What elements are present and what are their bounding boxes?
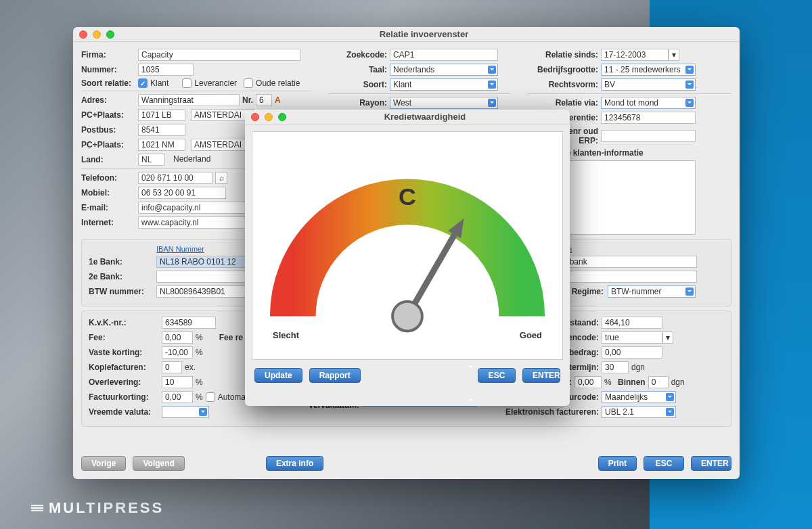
telefoon-input[interactable]: 020 671 10 00 [138, 172, 212, 184]
close-icon[interactable] [79, 30, 87, 39]
gauge-svg: C [252, 132, 562, 359]
dialog-minimize-icon[interactable] [265, 113, 273, 121]
pc2-input[interactable]: 1021 NM [138, 139, 185, 151]
elektronisch-select[interactable]: UBL 2.1 [602, 406, 676, 418]
lbl-zoekcode: Zoekcode: [328, 50, 390, 60]
landnaam-readonly: Nederland [171, 154, 252, 166]
iban2-input[interactable] [156, 271, 258, 283]
lbl-elektronisch: Elektronisch factureren: [500, 407, 602, 417]
kredietbep-input[interactable]: 0,00 [574, 376, 602, 388]
fkorting-input[interactable]: 0,00 [162, 391, 193, 403]
dialog-enter-button[interactable]: ENTER [522, 368, 560, 383]
landcode-input[interactable]: NL [138, 154, 165, 166]
svg-point-2 [392, 302, 422, 331]
dialog-title: Kredietwaardigheid [286, 112, 564, 122]
minorder-input[interactable]: 0,00 [602, 346, 662, 359]
lbl-soort-relatie: Soort relatie: [81, 78, 138, 88]
lbl-land: Land: [81, 155, 138, 164]
dialog-esc-button[interactable]: ESC [478, 368, 516, 383]
dialog-titlebar[interactable]: Kredietwaardigheid [245, 110, 570, 124]
window-titlebar[interactable]: Relatie invoervenster [73, 27, 740, 42]
lbl-pcplaats2: PC+Plaats: [81, 140, 138, 150]
rayon-select[interactable]: West [390, 97, 498, 109]
update-button[interactable]: Update [254, 368, 302, 383]
lbl-relatie-via: Relatie via: [526, 98, 601, 108]
window-title: Relatie invoervenster [114, 29, 734, 39]
warning-icon: A [275, 95, 281, 105]
valuta-select[interactable] [162, 406, 209, 418]
vorige-button[interactable]: Vorige [81, 456, 126, 471]
lbl-relatie-sinds: Relatie sinds: [526, 50, 601, 60]
zoekcode-input[interactable]: CAP1 [390, 49, 498, 61]
bedrijfsgrootte-select[interactable]: 11 - 25 medewerkers [601, 64, 696, 76]
goederencode-picker[interactable]: ▾ [662, 331, 673, 344]
leverancier-checkbox[interactable] [182, 78, 191, 88]
lbl-taal: Taal: [328, 65, 390, 74]
lbl-fee: Fee: [89, 333, 162, 342]
window-footer: Vorige Volgend Extra info Print ESC ENTE… [81, 456, 731, 471]
firma-input[interactable]: Capacity [138, 49, 300, 61]
print-button[interactable]: Print [598, 456, 637, 471]
betalingstermijn-input[interactable]: 30 [602, 361, 629, 373]
email-input[interactable]: info@capacity.nl [138, 202, 246, 214]
maximize-icon[interactable] [106, 30, 114, 39]
dialog-maximize-icon[interactable] [278, 113, 286, 121]
window-traffic-lights [79, 30, 114, 39]
iban-link[interactable]: IBAN Nummer [156, 245, 204, 253]
esc-button[interactable]: ESC [644, 456, 684, 471]
lbl-rayon: Rayon: [328, 98, 390, 108]
postbus-input[interactable]: 8541 [138, 124, 185, 136]
internet-input[interactable]: www.capacity.nl [138, 216, 246, 229]
kvk-input[interactable]: 634589 [162, 317, 216, 329]
openstaand-input[interactable]: 464,10 [602, 317, 662, 329]
pc1-input[interactable]: 1071 LB [138, 109, 185, 121]
lbl-kopief: Kopiefacturen: [89, 363, 162, 372]
fee-input[interactable]: 0,00 [162, 331, 193, 344]
volgend-button[interactable]: Volgend [133, 456, 184, 471]
relatie-erp-input[interactable] [601, 130, 696, 142]
lbl-kvk: K.v.K.-nr.: [89, 318, 162, 327]
relatie-via-select[interactable]: Mond tot mond [601, 97, 696, 109]
rechtsvorm-select[interactable]: BV [601, 78, 696, 91]
gauge-chart: C Slecht Goed [252, 131, 563, 360]
lbl-nummer: Nummer: [81, 65, 138, 74]
banknaam-input[interactable]: obank [562, 256, 697, 268]
banknaam2-input[interactable] [562, 271, 697, 283]
lbl-bank1: 1e Bank: [89, 257, 156, 267]
logo-text: MULTIPRESS [49, 499, 164, 517]
adres-input[interactable]: Wanningstraat [138, 94, 240, 106]
vkorting-input[interactable]: -10,00 [162, 346, 193, 359]
lbl-adres: Adres: [81, 95, 138, 105]
btwregime-select[interactable]: BTW-nummer [608, 285, 696, 298]
klant-checkbox[interactable] [138, 78, 148, 88]
oude-relatie-checkbox[interactable] [244, 78, 253, 88]
lbl-btwnr: BTW nummer: [89, 287, 156, 296]
soort-select[interactable]: Klant [390, 78, 498, 91]
overlevering-input[interactable]: 10 [162, 376, 193, 388]
date-picker-button[interactable]: ▾ [669, 49, 679, 61]
binnen-input[interactable]: 0 [648, 376, 669, 388]
lbl-email: E-mail: [81, 203, 138, 212]
lbl-firma: Firma: [81, 50, 138, 60]
nummer-input[interactable]: 1035 [138, 64, 194, 76]
minimize-icon[interactable] [93, 30, 101, 39]
dialog-close-icon[interactable] [251, 113, 259, 121]
rapport-button[interactable]: Rapport [309, 368, 361, 383]
taal-select[interactable]: Nederlands [390, 64, 498, 76]
nr-input[interactable]: 6 [256, 94, 272, 106]
automatisch-checkbox[interactable] [206, 392, 215, 402]
btwnr-input[interactable]: NL800896439B01 [156, 285, 258, 298]
telefoon-picker-button[interactable]: ⌕ [215, 172, 227, 184]
iban1-input[interactable]: NL18 RABO 0101 12 [156, 256, 258, 268]
referentie-input[interactable]: 12345678 [601, 112, 696, 124]
kopief-input[interactable]: 0 [162, 361, 182, 373]
lbl-overlevering: Overlevering: [89, 377, 162, 387]
gauge-grade: C [399, 183, 416, 210]
goederencode-input[interactable]: true [602, 331, 662, 344]
credit-dialog: Kredietwaardigheid C Slecht Goed [245, 110, 570, 406]
factuurcode-select[interactable]: Maandelijks [602, 391, 676, 403]
mobiel-input[interactable]: 06 53 20 00 91 [138, 187, 226, 199]
relatie-sinds-input[interactable]: 17-12-2003 [601, 49, 669, 61]
enter-button[interactable]: ENTER [691, 456, 731, 471]
extra-info-button[interactable]: Extra info [266, 456, 323, 471]
